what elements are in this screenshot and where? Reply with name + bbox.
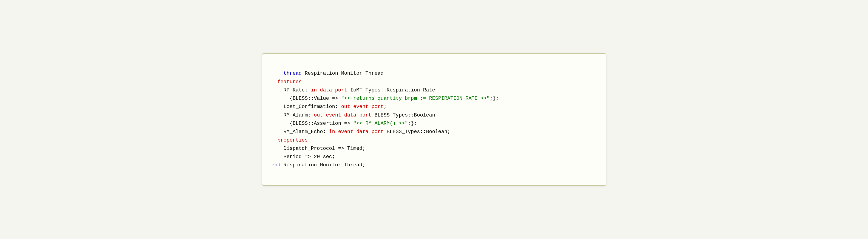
kw-properties: properties — [272, 138, 308, 143]
rm-alarm-echo-label: RM_Alarm_Echo: — [272, 129, 329, 135]
bless-boolean: BLESS_Types::Boolean — [374, 112, 435, 118]
dispatch-protocol: Dispatch_Protocol => Timed; — [272, 146, 366, 151]
line-7: {BLESS::Assertion => "<< RM_ALARM() >>";… — [272, 121, 417, 126]
rp-rate-label: RP_Rate: — [272, 87, 311, 93]
line-9: properties — [272, 138, 308, 143]
kw-in-event-data-port: in event data port — [329, 129, 386, 135]
kw-out-event-port: out event port — [341, 104, 383, 110]
period: Period => 20 sec; — [272, 154, 335, 160]
iomt-type: IoMT_Types::Respiration_Rate — [350, 87, 435, 93]
bless-value-open: {BLESS::Value => — [272, 96, 341, 101]
line-10: Dispatch_Protocol => Timed; — [272, 146, 366, 151]
thread-name: Respiration_Monitor_Thread — [305, 70, 383, 76]
semicolon-5: ; — [383, 104, 386, 110]
bless-boolean-2: BLESS_Types::Boolean; — [386, 129, 450, 135]
kw-thread: thread — [283, 70, 305, 76]
kw-out-event-data-port: out event data port — [314, 112, 374, 118]
bless-assertion-close: ;}; — [408, 121, 417, 126]
bless-assertion-string: "<< RM_ALARM() >>" — [353, 121, 408, 126]
bless-assertion-open: {BLESS::Assertion => — [272, 121, 353, 126]
code-container: thread Respiration_Monitor_Thread featur… — [262, 53, 607, 186]
line-5: Lost_Confirmation: out event port; — [272, 104, 387, 110]
line-6: RM_Alarm: out event data port BLESS_Type… — [272, 112, 435, 118]
line-8: RM_Alarm_Echo: in event data port BLESS_… — [272, 129, 451, 135]
line-1: thread Respiration_Monitor_Thread — [283, 70, 383, 76]
end-thread-name: Respiration_Monitor_Thread; — [283, 162, 365, 168]
line-3: RP_Rate: in data port IoMT_Types::Respir… — [272, 87, 435, 93]
bless-value-close: ;}; — [490, 96, 499, 101]
line-4: {BLESS::Value => "<< returns quantity br… — [272, 96, 499, 101]
kw-features: features — [272, 79, 302, 85]
line-11: Period => 20 sec; — [272, 154, 335, 160]
kw-end: end — [272, 162, 284, 168]
kw-in-data-port: in data port — [311, 87, 350, 93]
line-12: end Respiration_Monitor_Thread; — [272, 162, 366, 168]
code-block: thread Respiration_Monitor_Thread featur… — [272, 61, 597, 178]
lost-confirmation-label: Lost_Confirmation: — [272, 104, 341, 110]
bless-value-string: "<< returns quantity brpm := RESPIRATION… — [341, 96, 490, 101]
rm-alarm-label: RM_Alarm: — [272, 112, 314, 118]
line-2: features — [272, 79, 302, 85]
